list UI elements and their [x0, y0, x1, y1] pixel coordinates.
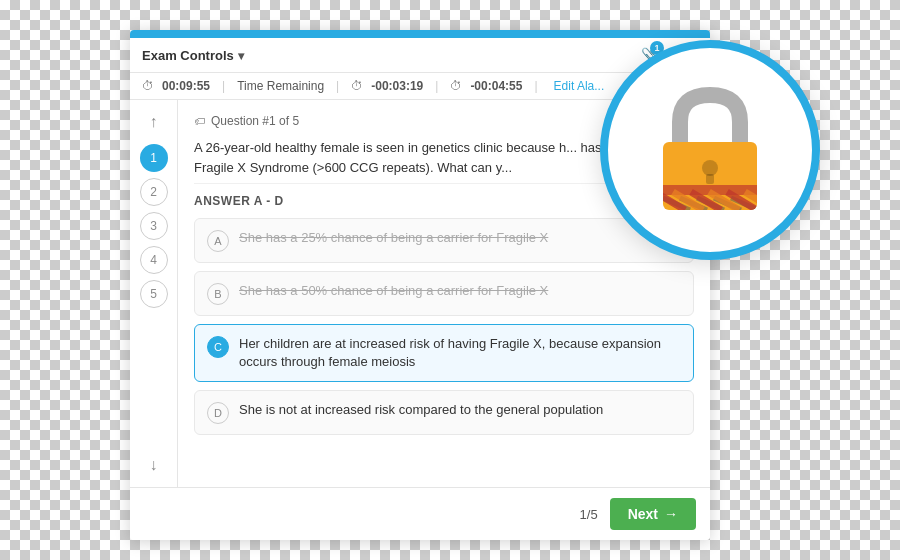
answer-option-b[interactable]: B She has a 50% chance of being a carrie…	[194, 271, 694, 316]
answer-text-b: She has a 50% chance of being a carrier …	[239, 282, 548, 300]
separator-2: |	[336, 79, 339, 93]
chevron-down-icon	[238, 48, 244, 63]
answer-text-d: She is not at increased risk compared to…	[239, 401, 603, 419]
sidebar: 1 2 3 4 5	[130, 100, 178, 487]
question-number-5[interactable]: 5	[140, 280, 168, 308]
up-arrow-icon	[150, 113, 158, 131]
elapsed-value: 00:09:55	[162, 79, 210, 93]
option-circle-a: A	[207, 230, 229, 252]
question-number-3[interactable]: 3	[140, 212, 168, 240]
option-circle-b: B	[207, 283, 229, 305]
pagination-text: 1/5	[580, 507, 598, 522]
svg-rect-19	[706, 174, 714, 184]
question-number-2[interactable]: 2	[140, 178, 168, 206]
timer-clock-icon-1	[142, 79, 154, 93]
next-button[interactable]: Next	[610, 498, 696, 530]
question-number-1[interactable]: 1	[140, 144, 168, 172]
remaining2-value: -00:04:55	[470, 79, 522, 93]
timer-clock-icon-3	[450, 79, 462, 93]
question-number-list: 1 2 3 4 5	[140, 140, 168, 447]
answer-option-d[interactable]: D She is not at increased risk compared …	[194, 390, 694, 435]
nav-down-arrow[interactable]	[140, 451, 168, 479]
tag-icon: 🏷	[194, 115, 205, 127]
answer-text-c: Her children are at increased risk of ha…	[239, 335, 681, 371]
next-label: Next	[628, 506, 658, 522]
next-arrow-icon	[664, 506, 678, 522]
remaining1-value: -00:03:19	[371, 79, 423, 93]
separator-4: |	[534, 79, 537, 93]
timer-clock-icon-2	[351, 79, 363, 93]
nav-up-arrow[interactable]	[140, 108, 168, 136]
footer-row: 1/5 Next	[130, 487, 710, 540]
exam-controls-button[interactable]: Exam Controls	[142, 48, 244, 63]
question-number-4[interactable]: 4	[140, 246, 168, 274]
edit-alarm-link[interactable]: Edit Ala...	[554, 79, 605, 93]
answer-option-c[interactable]: C Her children are at increased risk of …	[194, 324, 694, 382]
time-remaining-label: Time Remaining	[237, 79, 324, 93]
question-label-text: Question #1 of 5	[211, 114, 299, 128]
option-circle-d: D	[207, 402, 229, 424]
lock-circle	[600, 40, 820, 260]
lock-icon	[645, 80, 775, 220]
answer-text-a: She has a 25% chance of being a carrier …	[239, 229, 548, 247]
lock-overlay	[600, 40, 820, 260]
separator-1: |	[222, 79, 225, 93]
separator-3: |	[435, 79, 438, 93]
top-blue-bar	[130, 30, 710, 38]
option-circle-c: C	[207, 336, 229, 358]
down-arrow-icon	[150, 456, 158, 474]
exam-controls-label: Exam Controls	[142, 48, 234, 63]
svg-point-18	[702, 160, 718, 176]
elapsed-time: 00:09:55	[162, 79, 210, 93]
